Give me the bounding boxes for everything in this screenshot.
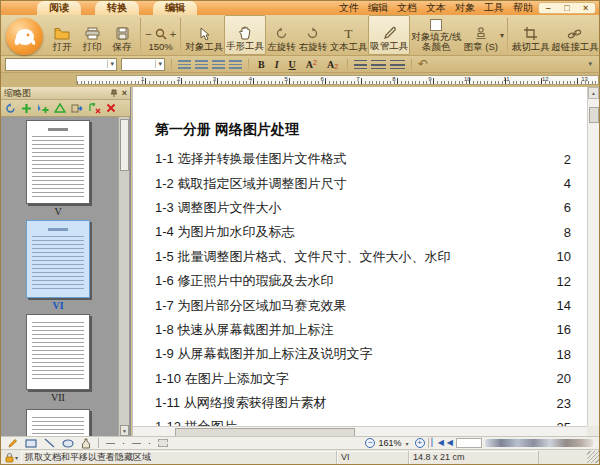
ribbon-tab[interactable]: 阅读	[37, 1, 81, 15]
chevron-down-icon: ▾	[155, 60, 164, 68]
minimize-button[interactable]: –	[546, 3, 551, 13]
menu-item[interactable]: 文件	[339, 1, 359, 15]
eyedropper-tool-button[interactable]: 吸管工具	[368, 15, 410, 55]
extract-page-icon[interactable]	[54, 103, 66, 114]
page-thumbnail[interactable]	[26, 409, 90, 438]
rotate-right-button[interactable]: 右旋转	[297, 15, 328, 55]
sidebar-scrollbar[interactable]: ▼	[118, 117, 129, 438]
fill-color-tool-button[interactable]: 对象填充/线条颜色	[410, 15, 462, 55]
zoom-caret-icon[interactable]: ▾	[406, 440, 409, 447]
toc-row[interactable]: 1-11 从网络搜索获得图片素材 23	[155, 391, 571, 415]
zoom-in-button[interactable]: +	[415, 438, 425, 448]
hand-tool-button[interactable]: 手形工具	[224, 15, 266, 55]
app-logo[interactable]	[6, 18, 43, 55]
toolbar-overflow-caret[interactable]: ▾	[588, 60, 595, 68]
bold-button[interactable]: B	[255, 59, 268, 70]
insert-page-icon[interactable]	[21, 103, 32, 114]
first-page-button[interactable]: ▏◀	[432, 438, 444, 448]
vertical-scrollbar-thumb[interactable]	[589, 107, 599, 123]
line-spacing-1-button[interactable]	[354, 60, 367, 69]
rotate-pages-icon[interactable]	[5, 103, 16, 114]
toc-row[interactable]: 1-5 批量调整图片格式、文件尺寸、文件大小、水印 10	[155, 245, 571, 269]
rectangle-tool-icon[interactable]	[25, 439, 37, 448]
line-spacing-15-button[interactable]	[371, 60, 386, 69]
lock-icon[interactable]	[5, 452, 14, 463]
line-style-solid-button[interactable]: —	[106, 438, 115, 448]
font-size-select[interactable]: ▾	[121, 58, 165, 71]
zoom-in-button[interactable]: +	[170, 28, 176, 40]
rotate-left-button[interactable]: 左旋转	[266, 15, 297, 55]
close-button[interactable]: ×	[583, 3, 588, 13]
toc-row[interactable]: 1-6 修正照片中的瑕疵及去水印 12	[155, 269, 571, 293]
line-tool-icon[interactable]	[44, 438, 55, 448]
menu-item[interactable]: 编辑	[368, 1, 388, 15]
body-area: 缩略图 × V	[1, 87, 599, 438]
line-style-dash-button[interactable]: —	[132, 438, 141, 448]
text-tool-button[interactable]: T 文本工具	[329, 15, 369, 55]
toc-row[interactable]: 1-3 调整图片文件大小 6	[155, 196, 571, 220]
pencil-tool-icon[interactable]	[7, 438, 18, 449]
undo-button[interactable]: ↶	[418, 58, 428, 70]
zoom-out-button[interactable]: −	[365, 438, 375, 448]
print-button[interactable]: 打印	[77, 15, 107, 55]
menu-item[interactable]: 对象	[455, 1, 475, 15]
page-number-input[interactable]	[456, 438, 482, 448]
toc-row[interactable]: 1-10 在图片上添加文字 20	[155, 367, 571, 391]
page-scrubber[interactable]	[485, 439, 593, 447]
vertical-scrollbar[interactable]: ▲	[587, 87, 599, 426]
sidebar-scrollbar-thumb[interactable]	[120, 119, 129, 171]
page-thumbnail-selected[interactable]	[26, 220, 90, 298]
ellipse-tool-icon[interactable]	[62, 439, 74, 448]
line-style-dot-button[interactable]: ·	[122, 438, 125, 448]
menu-item[interactable]: 文本	[426, 1, 446, 15]
save-button[interactable]: 保存	[107, 15, 137, 55]
toc-row[interactable]: 1-1 选择并转换最佳图片文件格式 2	[155, 147, 571, 171]
lock-caret-icon[interactable]: ▾	[15, 454, 18, 461]
toc-row[interactable]: 1-8 快速从屏幕截图并加上标注 16	[155, 318, 571, 342]
menu-item[interactable]: 帮助	[513, 1, 533, 15]
hyperlink-tool-button[interactable]: 超链接工具	[551, 15, 599, 55]
toc-row[interactable]: 1-7 为图片部分区域加马赛克效果 14	[155, 293, 571, 317]
stamp-tool-button[interactable]: 图章 (S)	[462, 15, 499, 55]
menu-item[interactable]: 工具	[484, 1, 504, 15]
replace-page-icon[interactable]	[89, 103, 101, 114]
object-tool-button[interactable]: 对象工具	[184, 15, 224, 55]
stamp-dropdown-caret[interactable]: ▾	[500, 31, 504, 40]
zoom-level-value[interactable]: 150%	[148, 42, 172, 52]
toc-row[interactable]: 1-2 截取指定区域并调整图片尺寸 4	[155, 171, 571, 195]
crop-tool-button[interactable]: 裁切工具	[511, 15, 551, 55]
panel-close-icon[interactable]: ×	[122, 89, 127, 98]
ribbon-tab[interactable]: 转换	[95, 1, 139, 15]
subscript-button[interactable]: A2	[324, 59, 341, 70]
maximize-button[interactable]: □	[564, 3, 569, 13]
line-style-dashdot-button[interactable]: ·	[148, 438, 151, 448]
toc-row[interactable]: 1-9 从屏幕截图并加上标注及说明文字 18	[155, 342, 571, 366]
pin-icon[interactable]	[110, 89, 118, 98]
toc-row[interactable]: 1-4 为图片加水印及标志 8	[155, 220, 571, 244]
ribbon-tab[interactable]: 编辑	[153, 1, 197, 15]
previous-page-button[interactable]: ◀	[447, 438, 453, 448]
selection-style-button[interactable]	[158, 439, 168, 447]
align-center-button[interactable]	[195, 60, 208, 69]
italic-button[interactable]: I	[272, 59, 282, 70]
align-left-button[interactable]	[178, 60, 191, 69]
scroll-up-icon[interactable]: ▲	[588, 87, 599, 99]
zoom-out-button[interactable]: −	[145, 28, 151, 40]
copy-page-icon[interactable]	[37, 103, 49, 114]
sidebar-scroll-down-icon[interactable]: ▼	[120, 425, 129, 436]
line-spacing-2-button[interactable]	[390, 60, 405, 69]
zoom-value[interactable]: 161%	[378, 438, 401, 448]
page-thumbnail[interactable]	[26, 314, 90, 390]
menu-item[interactable]: 文档	[397, 1, 417, 15]
resize-grip[interactable]	[587, 451, 599, 463]
delete-page-icon[interactable]	[106, 103, 116, 113]
superscript-button[interactable]: A2	[303, 59, 320, 70]
open-button[interactable]: 打开	[47, 15, 77, 55]
page-thumbnail[interactable]	[26, 120, 90, 204]
align-justify-button[interactable]	[229, 60, 242, 69]
ink-bottle-tool-icon[interactable]	[81, 438, 91, 449]
font-family-select[interactable]: ▾	[5, 58, 117, 71]
underline-button[interactable]: U	[286, 59, 299, 70]
export-page-icon[interactable]	[71, 103, 84, 114]
align-right-button[interactable]	[212, 60, 225, 69]
